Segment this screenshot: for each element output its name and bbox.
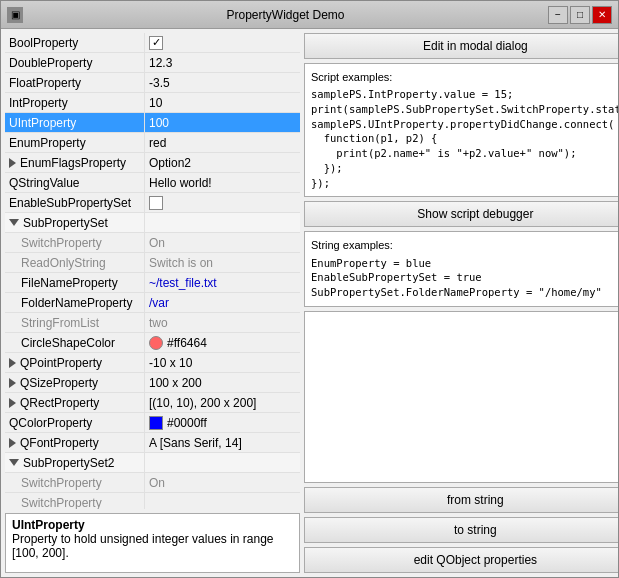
table-row-selected[interactable]: UIntProperty 100	[5, 113, 300, 133]
prop-value: On	[145, 473, 300, 492]
prop-value: [(10, 10), 200 x 200]	[145, 393, 300, 412]
table-row[interactable]: EnumFlagsProperty Option2	[5, 153, 300, 173]
prop-value: On	[145, 233, 300, 252]
prop-value	[145, 493, 300, 509]
main-window: ▣ PropertyWidget Demo − □ ✕ BoolProperty…	[0, 0, 619, 578]
table-row[interactable]: DoubleProperty 12.3	[5, 53, 300, 73]
table-row[interactable]: BoolProperty ✓	[5, 33, 300, 53]
property-table-scroll[interactable]: BoolProperty ✓ DoubleProperty 12.3 Float…	[5, 33, 300, 509]
prop-name: BoolProperty	[5, 33, 145, 52]
prop-name: UIntProperty	[5, 113, 145, 132]
prop-name: QStringValue	[5, 173, 145, 192]
prop-name: ReadOnlyString	[5, 253, 145, 272]
prop-value: 10	[145, 93, 300, 112]
table-row[interactable]: QFontProperty A [Sans Serif, 14]	[5, 433, 300, 453]
script-code: samplePS.IntProperty.value = 15; print(s…	[311, 87, 618, 190]
table-row[interactable]: QPointProperty -10 x 10	[5, 353, 300, 373]
string-editor-area[interactable]	[304, 311, 618, 483]
table-row[interactable]: FolderNameProperty /var	[5, 293, 300, 313]
prop-value: /var	[145, 293, 300, 312]
table-row[interactable]: FileNameProperty ~/test_file.txt	[5, 273, 300, 293]
property-table-wrapper: BoolProperty ✓ DoubleProperty 12.3 Float…	[5, 33, 300, 509]
table-row[interactable]: QStringValue Hello world!	[5, 173, 300, 193]
prop-name: EnableSubPropertySet	[5, 193, 145, 212]
expand-icon	[9, 438, 16, 448]
collapse-icon	[9, 459, 19, 466]
description-text: Property to hold unsigned integer values…	[12, 532, 293, 560]
table-row[interactable]: SwitchProperty	[5, 493, 300, 509]
prop-name: CircleShapeColor	[5, 333, 145, 352]
app-icon: ▣	[7, 7, 23, 23]
prop-value	[145, 453, 300, 472]
prop-value: -3.5	[145, 73, 300, 92]
window-title: PropertyWidget Demo	[23, 8, 548, 22]
prop-name: QRectProperty	[5, 393, 145, 412]
maximize-button[interactable]: □	[570, 6, 590, 24]
checkbox-checked: ✓	[149, 36, 163, 50]
prop-value: ✓	[145, 33, 300, 52]
string-label: String examples:	[311, 238, 618, 253]
prop-value	[145, 213, 300, 232]
prop-value: 12.3	[145, 53, 300, 72]
prop-name: SwitchProperty	[5, 473, 145, 492]
table-row[interactable]: ReadOnlyString Switch is on	[5, 253, 300, 273]
table-row[interactable]: EnableSubPropertySet	[5, 193, 300, 213]
edit-modal-button[interactable]: Edit in modal dialog	[304, 33, 618, 59]
table-row[interactable]: SwitchProperty On	[5, 233, 300, 253]
minimize-button[interactable]: −	[548, 6, 568, 24]
show-debugger-button[interactable]: Show script debugger	[304, 201, 618, 227]
collapse-icon	[9, 219, 19, 226]
prop-name: FileNameProperty	[5, 273, 145, 292]
color-swatch	[149, 336, 163, 350]
checkbox-unchecked	[149, 196, 163, 210]
prop-value: Hello world!	[145, 173, 300, 192]
prop-name: SubPropertySet2	[5, 453, 145, 472]
edit-qobject-button[interactable]: edit QObject properties	[304, 547, 618, 573]
prop-name: StringFromList	[5, 313, 145, 332]
prop-value: 100 x 200	[145, 373, 300, 392]
table-row[interactable]: IntProperty 10	[5, 93, 300, 113]
prop-value: two	[145, 313, 300, 332]
prop-value: ~/test_file.txt	[145, 273, 300, 292]
table-row-group[interactable]: SubPropertySet	[5, 213, 300, 233]
string-examples: EnumProperty = blue EnableSubPropertySet…	[311, 256, 618, 300]
table-row[interactable]: FloatProperty -3.5	[5, 73, 300, 93]
table-row[interactable]: EnumProperty red	[5, 133, 300, 153]
expand-icon	[9, 358, 16, 368]
prop-name: SwitchProperty	[5, 493, 145, 509]
prop-value: Option2	[145, 153, 300, 172]
table-row[interactable]: QColorProperty #0000ff	[5, 413, 300, 433]
table-row[interactable]: QSizeProperty 100 x 200	[5, 373, 300, 393]
description-title: UIntProperty	[12, 518, 293, 532]
script-examples-box: Script examples: samplePS.IntProperty.va…	[304, 63, 618, 197]
from-string-button[interactable]: from string	[304, 487, 618, 513]
prop-name: SubPropertySet	[5, 213, 145, 232]
prop-value: red	[145, 133, 300, 152]
prop-name: QColorProperty	[5, 413, 145, 432]
table-row[interactable]: StringFromList two	[5, 313, 300, 333]
table-row[interactable]: CircleShapeColor #ff6464	[5, 333, 300, 353]
prop-name: DoubleProperty	[5, 53, 145, 72]
prop-value	[145, 193, 300, 212]
string-examples-box: String examples: EnumProperty = blue Ena…	[304, 231, 618, 306]
title-bar: ▣ PropertyWidget Demo − □ ✕	[1, 1, 618, 29]
script-label: Script examples:	[311, 70, 618, 85]
prop-value: A [Sans Serif, 14]	[145, 433, 300, 452]
table-row[interactable]: SwitchProperty On	[5, 473, 300, 493]
expand-icon	[9, 378, 16, 388]
table-row-group[interactable]: SubPropertySet2	[5, 453, 300, 473]
prop-value: #ff6464	[145, 333, 300, 352]
to-string-button[interactable]: to string	[304, 517, 618, 543]
expand-icon	[9, 398, 16, 408]
prop-name: IntProperty	[5, 93, 145, 112]
prop-name: QPointProperty	[5, 353, 145, 372]
main-content: BoolProperty ✓ DoubleProperty 12.3 Float…	[1, 29, 618, 577]
prop-name: EnumFlagsProperty	[5, 153, 145, 172]
close-button[interactable]: ✕	[592, 6, 612, 24]
prop-value: #0000ff	[145, 413, 300, 432]
prop-name: QFontProperty	[5, 433, 145, 452]
table-row[interactable]: QRectProperty [(10, 10), 200 x 200]	[5, 393, 300, 413]
prop-name: QSizeProperty	[5, 373, 145, 392]
right-panel: Edit in modal dialog Script examples: sa…	[304, 33, 618, 573]
prop-value: 100	[145, 113, 300, 132]
